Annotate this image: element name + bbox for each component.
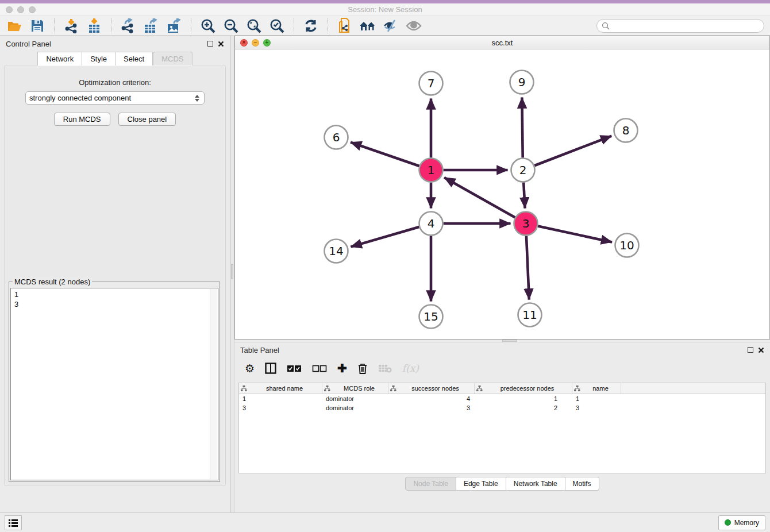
memory-button[interactable]: Memory xyxy=(718,515,765,530)
graph-node-6[interactable]: 6 xyxy=(325,126,348,149)
network-close-button[interactable]: × xyxy=(240,39,248,47)
delete-column-icon[interactable] xyxy=(357,361,368,376)
column-header-successor-nodes[interactable]: successor nodes xyxy=(388,383,475,394)
cell-predecessor-nodes[interactable]: 2 xyxy=(475,404,572,411)
column-type-icon xyxy=(241,385,247,392)
graph-node-14[interactable]: 14 xyxy=(325,240,348,263)
edge-3-1[interactable] xyxy=(444,178,515,217)
graph-node-3[interactable]: 3 xyxy=(514,212,538,236)
graph-node-2[interactable]: 2 xyxy=(511,159,535,182)
cell-name[interactable]: 1 xyxy=(572,395,621,402)
graph-node-1[interactable]: 1 xyxy=(419,159,443,182)
network-minimize-button[interactable]: − xyxy=(252,39,259,47)
export-table-icon[interactable] xyxy=(143,18,160,34)
cell-shared-name[interactable]: 1 xyxy=(239,395,322,402)
function-builder-icon[interactable]: f(x) xyxy=(402,361,419,376)
tab-network[interactable]: Network xyxy=(37,52,82,65)
cell-MCDS-role[interactable]: dominator xyxy=(322,404,388,411)
new-network-from-selection-icon[interactable] xyxy=(336,18,353,34)
column-header-predecessor-nodes[interactable]: predecessor nodes xyxy=(475,383,572,394)
import-table-icon[interactable] xyxy=(86,18,103,34)
tab-select[interactable]: Select xyxy=(116,52,153,65)
criterion-select[interactable]: strongly connected component xyxy=(25,91,205,105)
table-row[interactable]: 3dominator323 xyxy=(239,403,765,413)
search-input[interactable] xyxy=(613,22,759,30)
open-file-icon[interactable] xyxy=(6,18,23,34)
zoom-fit-icon[interactable] xyxy=(245,18,263,34)
import-network-icon[interactable] xyxy=(63,18,80,34)
column-type-icon xyxy=(390,385,396,392)
edge-4-14[interactable] xyxy=(351,227,419,247)
graph-node-9[interactable]: 9 xyxy=(510,71,534,94)
table-row[interactable]: 1dominator411 xyxy=(239,394,765,403)
graph-node-8[interactable]: 8 xyxy=(614,119,638,142)
column-label: shared name xyxy=(249,385,320,392)
tab-mcds[interactable]: MCDS xyxy=(153,52,192,65)
splitter-grip[interactable] xyxy=(231,264,233,279)
cell-shared-name[interactable]: 3 xyxy=(239,404,322,411)
edge-2-3[interactable] xyxy=(523,182,525,208)
table-panel-title: Table Panel xyxy=(240,346,279,354)
mcds-panel: Optimization criterion: strongly connect… xyxy=(4,65,226,486)
tab-motifs[interactable]: Motifs xyxy=(565,477,599,491)
cell-successor-nodes[interactable]: 3 xyxy=(388,404,475,411)
column-type-icon xyxy=(476,385,483,392)
close-panel-button[interactable]: Close panel xyxy=(118,113,176,126)
network-window-titlebar[interactable]: × − + scc.txt xyxy=(235,36,769,49)
delete-table-icon[interactable] xyxy=(378,361,392,376)
save-session-icon[interactable] xyxy=(29,18,46,34)
result-scrollbar[interactable] xyxy=(210,289,217,479)
close-panel-icon[interactable] xyxy=(218,41,224,47)
graph-node-4[interactable]: 4 xyxy=(419,212,443,236)
edge-3-11[interactable] xyxy=(526,236,529,299)
mcds-result-textarea[interactable]: 1 3 xyxy=(10,288,218,480)
split-panel-icon[interactable] xyxy=(265,361,276,376)
search-field[interactable] xyxy=(596,19,764,33)
float-panel-icon[interactable] xyxy=(748,347,753,353)
graph-node-7[interactable]: 7 xyxy=(419,72,443,95)
edge-2-9[interactable] xyxy=(522,97,522,157)
run-mcds-button[interactable]: Run MCDS xyxy=(54,113,110,126)
toolbar-separator xyxy=(328,18,328,33)
edge-2-8[interactable] xyxy=(534,136,611,166)
graph-node-11[interactable]: 11 xyxy=(518,303,542,327)
graph-node-15[interactable]: 15 xyxy=(419,305,443,329)
zoom-selected-icon[interactable] xyxy=(268,18,286,34)
network-zoom-button[interactable]: + xyxy=(263,39,271,47)
tab-network-table[interactable]: Network Table xyxy=(506,477,565,491)
select-all-columns-icon[interactable] xyxy=(287,361,302,376)
mcds-result-values: 1 3 xyxy=(11,288,218,310)
table-settings-icon[interactable]: ⚙ xyxy=(245,361,255,376)
cell-successor-nodes[interactable]: 4 xyxy=(388,395,475,402)
export-image-icon[interactable] xyxy=(165,18,183,34)
network-canvas[interactable]: 1234678910111415 xyxy=(235,49,769,339)
cell-predecessor-nodes[interactable]: 1 xyxy=(475,395,572,402)
tab-style[interactable]: Style xyxy=(82,52,116,65)
cell-name[interactable]: 3 xyxy=(572,404,621,411)
network-graph[interactable]: 1234678910111415 xyxy=(235,49,769,339)
first-neighbors-icon[interactable] xyxy=(359,18,376,34)
tab-node-table[interactable]: Node Table xyxy=(405,477,456,491)
bird-eye-view-icon[interactable] xyxy=(405,18,422,34)
edge-1-6[interactable] xyxy=(351,142,419,166)
graphics-details-icon[interactable] xyxy=(382,18,399,34)
column-header-shared-name[interactable]: shared name xyxy=(239,383,322,394)
table-body: 1dominator4113dominator323 xyxy=(239,394,765,413)
close-panel-icon[interactable] xyxy=(758,347,764,353)
tab-edge-table[interactable]: Edge Table xyxy=(456,477,506,491)
add-column-icon[interactable]: ✚ xyxy=(337,361,347,376)
task-history-button[interactable] xyxy=(5,515,22,530)
export-network-icon[interactable] xyxy=(120,18,137,34)
graph-node-10[interactable]: 10 xyxy=(615,234,639,257)
edge-3-10[interactable] xyxy=(538,226,612,242)
node-table[interactable]: shared nameMCDS rolesuccessor nodesprede… xyxy=(238,383,766,473)
apply-layout-icon[interactable] xyxy=(302,18,319,34)
zoom-out-icon[interactable] xyxy=(222,18,240,34)
zoom-in-icon[interactable] xyxy=(199,18,217,34)
unselect-all-columns-icon[interactable] xyxy=(312,361,327,376)
column-header-MCDS-role[interactable]: MCDS role xyxy=(322,383,388,394)
cell-MCDS-role[interactable]: dominator xyxy=(322,395,388,402)
column-header-name[interactable]: name xyxy=(572,383,621,394)
vertical-splitter[interactable] xyxy=(230,36,234,512)
float-panel-icon[interactable] xyxy=(207,41,213,47)
